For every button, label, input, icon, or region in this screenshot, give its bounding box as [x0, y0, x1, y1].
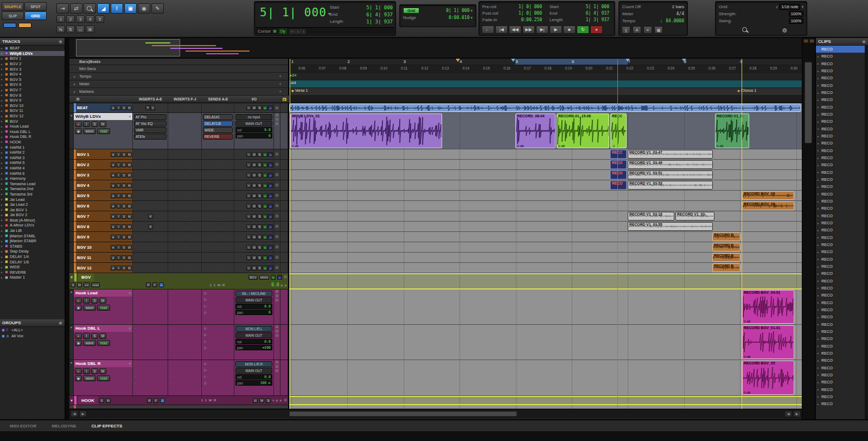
solo-button-willyb[interactable]: S: [91, 121, 98, 127]
volume-view-button-bgv10[interactable]: v: [263, 245, 267, 250]
metronome-button[interactable]: ♩: [482, 26, 494, 34]
insert-slot-empty[interactable]: ·: [169, 310, 200, 316]
go-to-end-button[interactable]: ▶|: [536, 26, 548, 34]
sidebar-track-jai-bgv-1[interactable]: ▸Jai BGV 1: [0, 207, 65, 212]
io-mini-M-button-bgv10[interactable]: M: [252, 245, 257, 250]
clips-list-item-32[interactable]: ▸RECO: [816, 278, 865, 285]
io-mini-M-button-bgv12[interactable]: M: [252, 266, 257, 270]
sidebar-track-harm-6[interactable]: ▸HARM 6: [0, 171, 65, 176]
link-timeline-selection[interactable]: ⇄: [70, 3, 82, 14]
clip-record-b[interactable]: RECORD B: [712, 253, 741, 262]
meter-marker[interactable]: 4/4: [291, 81, 296, 85]
insert-slot-empty[interactable]: ·: [169, 374, 200, 380]
horizontal-scroll-thumb[interactable]: [289, 411, 517, 417]
selector-tool[interactable]: I: [111, 3, 123, 14]
tab-to-transient[interactable]: ⇥: [56, 3, 69, 14]
pencil-tool[interactable]: ✎: [151, 3, 164, 14]
track-name-bgv6[interactable]: BGV 6: [76, 204, 111, 209]
waveform-view-button-hookdblr[interactable]: ◉: [75, 375, 82, 381]
sidebar-track-bgv-6[interactable]: ▸BGV 6: [0, 82, 65, 87]
track-header-bgv12[interactable]: BGV 12●ISM···nM⇅vp⊞: [69, 263, 289, 273]
solo-button-hooklead[interactable]: S: [91, 298, 98, 304]
sidebar-track-hook-dbl-r[interactable]: ▸Hook DBL R: [0, 134, 65, 140]
track-name-bgv9[interactable]: BGV 9: [76, 235, 111, 240]
clips-list-item-43[interactable]: ▸RECO: [816, 357, 865, 364]
io-mini-n-button-bgv12[interactable]: n: [246, 266, 251, 270]
input-path-hooklead[interactable]: ML- / MIC/LINE: [235, 291, 272, 297]
automation-mode-willyb[interactable]: read: [97, 128, 110, 134]
track-lane-bgv4[interactable]: RECORECORD V1_03-53: [289, 180, 802, 191]
track-collapse-bgv8[interactable]: [69, 222, 74, 231]
sidebar-track-master-1[interactable]: ▸Master 1: [0, 275, 65, 280]
vertical-scrollbar[interactable]: [802, 38, 815, 419]
track-collapse-bgv4[interactable]: [69, 180, 74, 190]
mute-button-bgv8[interactable]: M: [127, 224, 132, 229]
pan-view-button-bgv4[interactable]: p: [268, 183, 273, 188]
zoom-preset-1[interactable]: 1: [56, 15, 65, 23]
track-name-hookdbll[interactable]: Hook DBL L: [75, 326, 100, 331]
add-slot-button[interactable]: ⊞: [274, 360, 280, 364]
mute-button-willyb[interactable]: M: [99, 121, 106, 127]
insert-slot-empty[interactable]: ·: [169, 332, 200, 338]
clips-list-item-29[interactable]: ▸RECO: [816, 256, 865, 263]
clips-list-item-0[interactable]: ▸RECO: [816, 46, 865, 53]
clip-recc[interactable]: RECC: [610, 150, 627, 159]
sidebar-track-jai-lib[interactable]: ▸Jai LIB: [0, 228, 65, 234]
sidebar-track-bgv-9[interactable]: ▸BGV 9: [0, 98, 65, 103]
sidebar-track-jai-lead[interactable]: ▸Jai Lead: [0, 197, 65, 202]
main-counter[interactable]: 5| 1| 000: [260, 6, 327, 19]
clip-record-bgv-01-01[interactable]: RECORD BGV_01-010 dB: [742, 325, 794, 359]
zoom-preset-5[interactable]: 5: [95, 15, 104, 23]
mute-button-bgv11[interactable]: M: [127, 255, 132, 260]
record-arm-button-bgv3[interactable]: ●: [111, 173, 116, 178]
solo-button-beat[interactable]: S: [122, 105, 126, 110]
post-roll-value[interactable]: 1| 0| 000: [519, 11, 542, 16]
grabber-tool[interactable]: ▣: [124, 3, 137, 14]
sidebar-track-bgv[interactable]: ▸BGV: [0, 118, 65, 124]
io-mini-M-button-bgv9[interactable]: M: [252, 235, 257, 240]
io-mini-M-button-bgv1[interactable]: M: [252, 152, 257, 157]
track-header-next[interactable]: [69, 405, 289, 409]
io-mini-M-button-bgv3[interactable]: M: [252, 173, 257, 178]
grid-resolution-value[interactable]: 1/16 note: [779, 4, 800, 10]
track-name-bgv1[interactable]: BGV 1: [76, 152, 111, 157]
waveform-view-button-hooklead[interactable]: ◉: [75, 305, 82, 311]
solo-button-bgv6[interactable]: S: [122, 204, 126, 209]
mute-button-bgv6[interactable]: M: [127, 204, 132, 209]
automation-mode-hookdbll[interactable]: read: [97, 340, 110, 346]
track-name-bgv11[interactable]: BGV 11: [76, 255, 111, 260]
track-header-bgv10[interactable]: BGV 10●ISM···nM⇅vp⊞: [69, 242, 289, 253]
input-monitor-button-bgv10[interactable]: I: [116, 245, 121, 250]
column-header-io[interactable]: I/O: [234, 97, 274, 101]
io-mini-M-button-bgv11[interactable]: M: [252, 255, 257, 260]
read-button-bgvgrp[interactable]: read: [91, 282, 100, 287]
clips-list-item-15[interactable]: ▸RECO: [816, 154, 865, 161]
insert-slot-empty[interactable]: ·: [169, 326, 200, 332]
io-mini-⇅-button-bgv7[interactable]: ⇅: [257, 214, 262, 219]
groups-panel-menu-icon[interactable]: ◉: [59, 320, 62, 325]
track-collapse-bgv10[interactable]: [69, 242, 74, 252]
clips-list-item-40[interactable]: ▸RECO: [816, 335, 865, 342]
send-slot-c[interactable]: c ·: [203, 374, 233, 380]
input-monitor-button-bgv1[interactable]: I: [116, 152, 121, 157]
sel-end-value[interactable]: 6| 4| 937: [366, 12, 393, 17]
sidebar-track-bgv-2[interactable]: ▸BGV 2: [0, 61, 65, 67]
track-header-bgv11[interactable]: BGV 11●ISM···nM⇅vp⊞: [69, 253, 289, 263]
record-arm-button-willyb[interactable]: ●: [75, 121, 82, 127]
insert-slot-empty[interactable]: ·: [169, 297, 200, 303]
pan-view-button-bgv5[interactable]: p: [268, 193, 273, 198]
automation-mode-hooklead[interactable]: read: [97, 305, 110, 311]
input-monitor-button-bgv5[interactable]: I: [116, 193, 121, 198]
record-arm-button-bgv1[interactable]: ●: [111, 152, 116, 157]
io-mini-n-button-bgv3[interactable]: n: [246, 173, 251, 178]
track-collapse-bgv1[interactable]: [69, 149, 74, 159]
clips-panel-menu-icon[interactable]: ◉: [862, 39, 866, 44]
track-lane-hookdbll[interactable]: RECORD BGV_01-010 dB: [289, 325, 802, 360]
track-name-menu-icon[interactable]: ▾: [129, 115, 131, 119]
clip-record-bgv-04-01[interactable]: RECORD BGV_04-010 dB: [742, 290, 794, 324]
mixer-button[interactable]: ≡: [643, 26, 652, 34]
clip-record-bgv-08[interactable]: RECORD BGV_08: [742, 191, 794, 200]
volume-view-button-bgv4[interactable]: v: [263, 183, 267, 188]
clips-list-item-36[interactable]: ▸RECO: [816, 306, 865, 313]
record-arm-button-bgv2[interactable]: ●: [111, 162, 116, 167]
